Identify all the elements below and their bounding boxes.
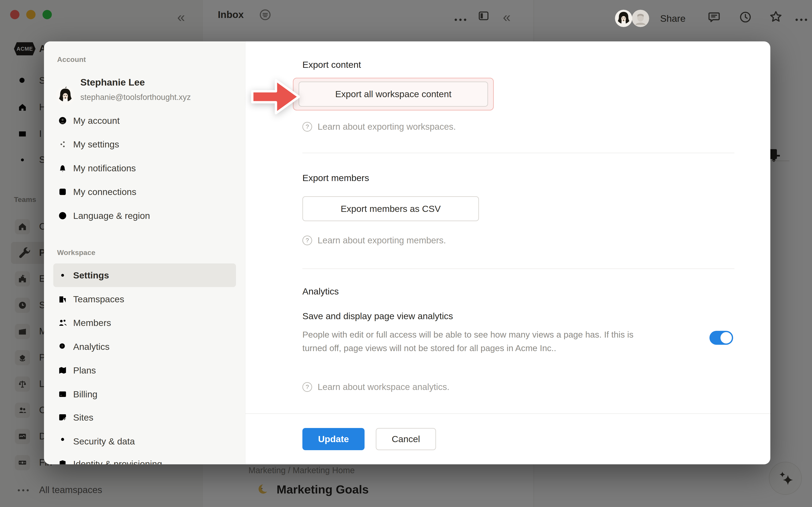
divider [302,269,734,269]
question-circle-icon: ? [302,382,312,392]
analytics-setting-description: People with edit or full access will be … [302,328,641,355]
bell-icon [57,163,68,173]
credit-card-icon [57,389,68,399]
analytics-heading: Analytics [302,286,339,297]
globe-icon [57,211,68,221]
arrow-out-square-icon [57,187,68,197]
workspace-section-header: Workspace [57,248,95,257]
help-link-export-workspaces[interactable]: ? Learn about exporting workspaces. [302,122,456,132]
map-icon [57,365,68,376]
help-link-workspace-analytics[interactable]: ? Learn about workspace analytics. [302,382,449,392]
sidebar-item-my-settings[interactable]: My settings [53,132,236,156]
shield-icon [57,459,68,464]
sidebar-item-settings[interactable]: Settings [53,264,236,287]
settings-modal: Account Stephanie Lee stephanie@toolsfor… [44,41,770,464]
footer-divider [245,413,770,414]
sidebar-item-security-data[interactable]: Security & data [53,430,236,453]
gear-icon [57,270,68,280]
sidebar-item-analytics[interactable]: Analytics [53,335,236,358]
divider [302,153,734,153]
magnifier-sparkle-icon [57,342,68,352]
person-circle-icon [57,116,68,126]
question-circle-icon: ? [302,235,312,245]
sidebar-item-language-region[interactable]: Language & region [53,204,236,228]
analytics-setting-title: Save and display page view analytics [302,311,453,321]
key-icon [57,436,68,446]
sidebar-item-members[interactable]: Members [53,311,236,335]
export-members-heading: Export members [302,173,369,183]
export-all-workspace-content-button[interactable]: Export all workspace content [299,81,488,107]
sidebar-item-plans[interactable]: Plans [53,358,236,382]
sidebar-item-teamspaces[interactable]: Teamspaces [53,287,236,311]
sidebar-item-identity-provisioning[interactable]: Identity & provisioning [53,452,236,464]
update-button[interactable]: Update [302,428,364,450]
user-email: stephanie@toolsforthought.xyz [80,93,191,102]
sliders-icon [57,139,68,149]
cancel-button[interactable]: Cancel [376,428,436,450]
people-icon [57,318,68,328]
avatar[interactable] [632,10,649,27]
account-section-header: Account [57,55,86,64]
sidebar-item-my-account[interactable]: My account [53,109,236,132]
settings-modal-sidebar: Account Stephanie Lee stephanie@toolsfor… [44,41,246,464]
browser-cursor-icon [57,412,68,422]
user-avatar [56,86,75,105]
user-name: Stephanie Lee [80,77,145,88]
sidebar-item-my-connections[interactable]: My connections [53,180,236,204]
sidebar-item-billing[interactable]: Billing [53,382,236,406]
export-content-heading: Export content [302,60,361,70]
screen: « Inbox « Share ACME A S H I S Teams [0,0,812,507]
export-members-csv-button[interactable]: Export members as CSV [302,196,479,221]
question-circle-icon: ? [302,122,312,131]
settings-modal-content: Export content Export all workspace cont… [245,41,770,464]
buildings-icon [57,294,68,304]
sidebar-item-my-notifications[interactable]: My notifications [53,156,236,180]
toggle-knob [720,332,732,343]
sidebar-item-sites[interactable]: Sites [53,406,236,429]
annotation-arrow-icon [250,78,301,118]
analytics-toggle[interactable] [709,331,733,345]
help-link-export-members[interactable]: ? Learn about exporting members. [302,235,446,245]
avatar[interactable] [615,10,632,27]
